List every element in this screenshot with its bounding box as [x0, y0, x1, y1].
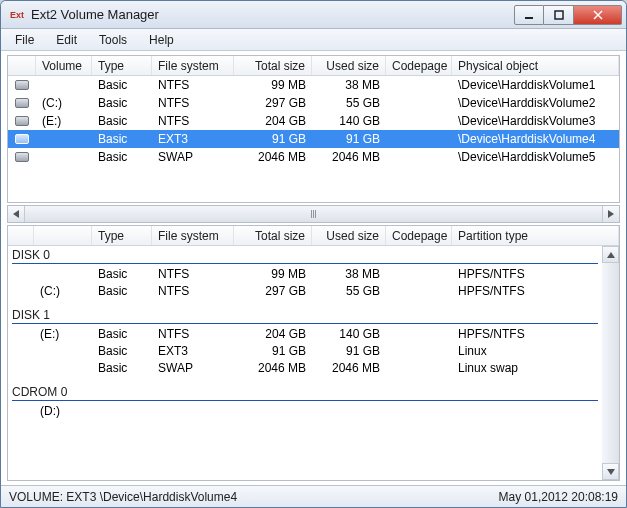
cell-type: Basic: [92, 343, 152, 360]
col-total[interactable]: Total size: [234, 56, 312, 75]
col-volume[interactable]: Volume: [36, 56, 92, 75]
cell-partition: HPFS/NTFS: [452, 326, 602, 343]
cell-codepage: [386, 360, 452, 377]
cell-used: 55 GB: [312, 283, 386, 300]
partition-row[interactable]: (D:): [8, 403, 602, 420]
vertical-scrollbar[interactable]: [602, 246, 619, 480]
volume-row[interactable]: BasicSWAP2046 MB2046 MB\Device\HarddiskV…: [8, 148, 619, 166]
cell-partition: HPFS/NTFS: [452, 283, 602, 300]
cell-total: 91 GB: [234, 131, 312, 147]
cell-filesystem: NTFS: [152, 77, 234, 93]
col-used[interactable]: Used size: [312, 56, 386, 75]
cell-physical: \Device\HarddiskVolume2: [452, 95, 619, 111]
cell-codepage: [386, 283, 452, 300]
cell-filesystem: NTFS: [152, 95, 234, 111]
col-type-b[interactable]: Type: [92, 226, 152, 245]
cell-used: 91 GB: [312, 131, 386, 147]
blank-icon: [8, 326, 34, 343]
group-divider: [12, 400, 598, 401]
window-title: Ext2 Volume Manager: [31, 7, 514, 22]
cell-volume: [36, 84, 92, 86]
group-divider: [12, 263, 598, 264]
partition-row[interactable]: BasicSWAP2046 MB2046 MBLinux swap: [8, 360, 602, 377]
col-icon[interactable]: [8, 56, 36, 75]
col-codepage-b[interactable]: Codepage: [386, 226, 452, 245]
menubar: File Edit Tools Help: [1, 29, 626, 51]
cell-partition: HPFS/NTFS: [452, 266, 602, 283]
cell-volume: [36, 156, 92, 158]
cell-volume: [34, 343, 92, 360]
menu-tools[interactable]: Tools: [89, 31, 137, 49]
disk-icon: [8, 97, 36, 109]
partition-row[interactable]: BasicEXT391 GB91 GBLinux: [8, 343, 602, 360]
cell-partition: Linux: [452, 343, 602, 360]
maximize-button[interactable]: [544, 5, 574, 25]
statusbar: VOLUME: EXT3 \Device\HarddiskVolume4 May…: [1, 485, 626, 507]
window-controls: [514, 5, 622, 25]
col-icon-b[interactable]: [8, 226, 34, 245]
cell-type: Basic: [92, 266, 152, 283]
partition-row[interactable]: (C:)BasicNTFS297 GB55 GBHPFS/NTFS: [8, 283, 602, 300]
svg-rect-1: [555, 11, 563, 19]
blank-icon: [8, 343, 34, 360]
cell-volume: [34, 360, 92, 377]
cell-codepage: [386, 102, 452, 104]
menu-file[interactable]: File: [5, 31, 44, 49]
col-used-b[interactable]: Used size: [312, 226, 386, 245]
group-header[interactable]: CDROM 0: [8, 383, 602, 399]
partition-row[interactable]: (E:)BasicNTFS204 GB140 GBHPFS/NTFS: [8, 326, 602, 343]
scroll-track[interactable]: [25, 208, 602, 220]
cell-total: 2046 MB: [234, 149, 312, 165]
cell-type: Basic: [92, 113, 152, 129]
partition-row[interactable]: BasicNTFS99 MB38 MBHPFS/NTFS: [8, 266, 602, 283]
col-physical[interactable]: Physical object: [452, 56, 619, 75]
col-filesystem[interactable]: File system: [152, 56, 234, 75]
cell-filesystem: NTFS: [152, 266, 234, 283]
cell-codepage: [386, 138, 452, 140]
cell-type: [92, 403, 152, 420]
menu-help[interactable]: Help: [139, 31, 184, 49]
cell-filesystem: NTFS: [152, 113, 234, 129]
disk-icon: [8, 151, 36, 163]
col-type[interactable]: Type: [92, 56, 152, 75]
titlebar[interactable]: Ext Ext2 Volume Manager: [1, 1, 626, 29]
scroll-down-button[interactable]: [602, 463, 619, 480]
cell-type: Basic: [92, 149, 152, 165]
scroll-right-button[interactable]: [602, 206, 619, 222]
scroll-up-button[interactable]: [602, 246, 619, 263]
cell-used: 38 MB: [312, 77, 386, 93]
scroll-left-button[interactable]: [8, 206, 25, 222]
cell-used: 55 GB: [312, 95, 386, 111]
cell-total: 91 GB: [234, 343, 312, 360]
cell-filesystem: EXT3: [152, 343, 234, 360]
col-total-b[interactable]: Total size: [234, 226, 312, 245]
cell-used: 2046 MB: [312, 360, 386, 377]
cell-used: 38 MB: [312, 266, 386, 283]
col-vol-b[interactable]: [34, 226, 92, 245]
horizontal-scrollbar[interactable]: [7, 205, 620, 223]
status-right: May 01,2012 20:08:19: [499, 490, 618, 504]
minimize-button[interactable]: [514, 5, 544, 25]
cell-used: 140 GB: [312, 326, 386, 343]
cell-used: [312, 403, 386, 420]
close-button[interactable]: [574, 5, 622, 25]
menu-edit[interactable]: Edit: [46, 31, 87, 49]
volume-row[interactable]: (E:)BasicNTFS204 GB140 GB\Device\Harddis…: [8, 112, 619, 130]
volume-row[interactable]: BasicNTFS99 MB38 MB\Device\HarddiskVolum…: [8, 76, 619, 94]
col-partition[interactable]: Partition type: [452, 226, 619, 245]
cell-physical: \Device\HarddiskVolume1: [452, 77, 619, 93]
volume-row[interactable]: BasicEXT391 GB91 GB\Device\HarddiskVolum…: [8, 130, 619, 148]
cell-volume: [34, 266, 92, 283]
volume-row[interactable]: (C:)BasicNTFS297 GB55 GB\Device\Harddisk…: [8, 94, 619, 112]
partitions-pane[interactable]: Type File system Total size Used size Co…: [7, 225, 620, 481]
blank-icon: [8, 266, 34, 283]
blank-icon: [8, 360, 34, 377]
volumes-pane[interactable]: Volume Type File system Total size Used …: [7, 55, 620, 203]
volumes-header: Volume Type File system Total size Used …: [8, 56, 619, 76]
col-codepage[interactable]: Codepage: [386, 56, 452, 75]
col-fs-b[interactable]: File system: [152, 226, 234, 245]
group-header[interactable]: DISK 1: [8, 306, 602, 322]
group-header[interactable]: DISK 0: [8, 246, 602, 262]
cell-codepage: [386, 266, 452, 283]
svg-marker-7: [607, 469, 615, 475]
